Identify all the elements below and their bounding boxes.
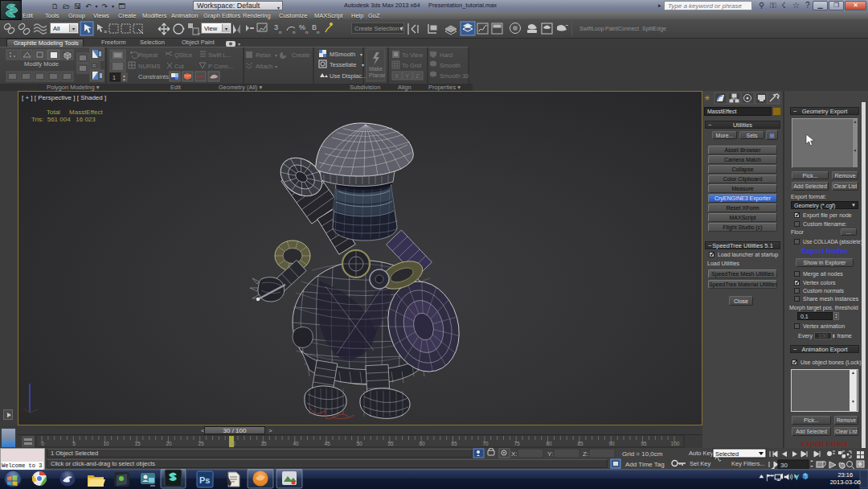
svg-text:Auto Key: Auto Key: [689, 450, 714, 457]
svg-text:n: n: [293, 30, 295, 35]
svg-text:To View: To View: [402, 51, 424, 59]
svg-text:Ps: Ps: [199, 475, 210, 485]
svg-text:MSmooth: MSmooth: [330, 51, 355, 58]
svg-text:1: 1: [113, 75, 116, 80]
svg-text:X:: X:: [511, 450, 518, 458]
svg-text:▾: ▾: [362, 63, 364, 68]
svg-text:Planar: Planar: [369, 72, 386, 78]
svg-text:Grid = 10,0cm: Grid = 10,0cm: [622, 450, 663, 458]
svg-text:=: =: [92, 63, 96, 68]
svg-text:n: n: [305, 30, 308, 35]
svg-text:▾: ▾: [198, 31, 200, 36]
svg-text:QSlice: QSlice: [174, 51, 192, 59]
svg-text:Z: Z: [416, 72, 420, 80]
svg-text:Add Time Tag: Add Time Tag: [625, 461, 665, 468]
svg-text:To Grid: To Grid: [402, 62, 421, 69]
svg-text:Selected: Selected: [715, 450, 739, 458]
svg-text:Attach: Attach: [256, 63, 272, 70]
svg-text:Repeat: Repeat: [138, 51, 158, 59]
svg-text:✳: ✳: [704, 94, 710, 102]
svg-text:Smooth: Smooth: [440, 62, 461, 69]
svg-text:Y:: Y:: [547, 450, 553, 458]
svg-text:P Conn...: P Conn...: [208, 63, 233, 70]
svg-text:Make: Make: [369, 66, 383, 72]
svg-text:Relax: Relax: [256, 51, 271, 59]
svg-text:Hard: Hard: [440, 51, 452, 59]
svg-text:Swift L...: Swift L...: [208, 51, 231, 59]
svg-text:Create: Create: [292, 51, 310, 59]
svg-text:▼: ▼: [122, 77, 126, 82]
svg-text:n: n: [279, 30, 281, 35]
svg-text:Key Filters...: Key Filters...: [731, 460, 765, 467]
svg-text:▾: ▾: [275, 64, 277, 69]
svg-text:≡: ≡: [104, 29, 107, 35]
svg-text:▾: ▾: [360, 52, 362, 57]
svg-text:Y: Y: [405, 72, 409, 80]
svg-text:Z:: Z:: [583, 450, 588, 458]
svg-text:Smooth 30: Smooth 30: [440, 72, 469, 80]
svg-text:Cut: Cut: [174, 63, 185, 70]
svg-text:Modify Mode: Modify Mode: [24, 60, 59, 68]
svg-text:▾: ▾: [275, 53, 277, 58]
svg-text:30: 30: [780, 462, 788, 469]
svg-text:X: X: [395, 72, 399, 80]
svg-text:n: n: [317, 30, 319, 35]
svg-text:Set Key: Set Key: [690, 460, 711, 467]
svg-text:Use Displac...: Use Displac...: [330, 72, 366, 80]
svg-text:NURMS: NURMS: [138, 63, 161, 70]
svg-text:Tessellate: Tessellate: [330, 61, 356, 68]
svg-text:3: 3: [274, 23, 278, 31]
svg-text:%: %: [299, 23, 305, 31]
svg-text:Constraints:: Constraints:: [138, 73, 170, 80]
